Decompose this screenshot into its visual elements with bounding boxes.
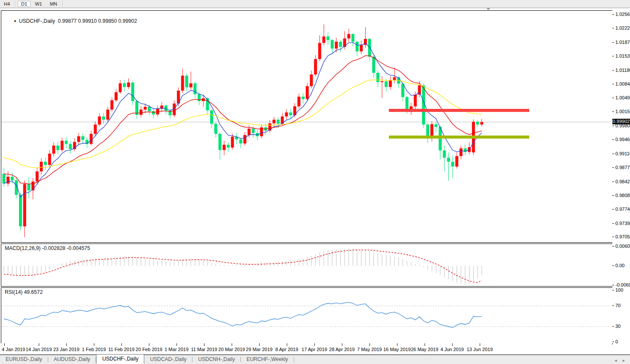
- rsi-axis-label: 0: [615, 339, 618, 344]
- tab-usdchf-daily[interactable]: USDCHF-,Daily: [96, 354, 144, 364]
- chart-title: ▼USDCHF-,Daily 0.99877 0.99910 0.99850 0…: [5, 12, 137, 30]
- candle: [214, 124, 217, 134]
- rsi-axis-label: 100: [615, 287, 623, 293]
- symbol-dropdown-icon: ▼: [13, 19, 17, 23]
- axis-tick: [612, 182, 614, 182]
- tabs-scroll-right-icon[interactable]: ►: [622, 358, 626, 363]
- axis-tick: [612, 290, 614, 290]
- rsi-indicator-pane[interactable]: RSI(14) 49.6572: [1, 287, 613, 344]
- tab-usdcad-daily[interactable]: USDCAD-,Daily: [144, 355, 192, 364]
- timeframe-button-d1[interactable]: D1: [18, 1, 31, 7]
- timeframe-button-w1[interactable]: W1: [31, 1, 46, 7]
- rsi-label: RSI(14) 49.6572: [5, 289, 43, 295]
- current-price-box: 0.99902: [612, 119, 630, 124]
- date-label: 26 May 2019: [411, 347, 438, 352]
- candle: [102, 117, 105, 120]
- price-axis[interactable]: 1.025601.022201.018701.015301.011801.008…: [612, 10, 630, 343]
- candle: [210, 111, 213, 124]
- macd-indicator-pane[interactable]: MACD(12,26,9) -0.002828 -0.004575: [1, 244, 613, 287]
- tab-eurchf-weekly[interactable]: EURCHF-,Weekly: [241, 355, 293, 364]
- date-label: 1 Feb 2019: [82, 347, 106, 352]
- candle: [144, 107, 147, 110]
- candle: [360, 45, 363, 51]
- axis-tick: [612, 223, 614, 224]
- candle: [368, 39, 371, 56]
- candle: [289, 112, 292, 115]
- tab-scroll-arrows: ◄►: [609, 358, 626, 363]
- ohlc-values: 0.99877 0.99910 0.99850 0.99902: [58, 18, 137, 24]
- date-label: 11 Feb 2019: [109, 347, 135, 352]
- axis-tick: [612, 209, 614, 210]
- candle: [94, 124, 97, 134]
- tabs-scroll-left-icon[interactable]: ◄: [614, 358, 618, 363]
- axis-tick: [612, 14, 614, 15]
- candle: [451, 162, 454, 167]
- date-label: 8 Apr 2019: [275, 347, 298, 352]
- axis-tick: [612, 167, 614, 168]
- rsi-chart-canvas[interactable]: [1, 288, 611, 343]
- date-label: 11 Mar 2019: [191, 347, 217, 352]
- candle: [376, 73, 379, 82]
- candle: [323, 37, 326, 43]
- date-label: 29 Mar 2019: [246, 347, 273, 352]
- candle: [198, 94, 201, 101]
- candle: [193, 83, 196, 94]
- candle: [40, 162, 43, 172]
- rsi-axis-label: 70: [615, 303, 621, 308]
- price-axis-label: 1.00490: [615, 95, 630, 100]
- candle: [106, 110, 109, 120]
- candlestick-chart-canvas[interactable]: [1, 11, 611, 241]
- axis-tick: [612, 342, 614, 342]
- candle: [61, 141, 64, 150]
- support-hline[interactable]: [389, 136, 529, 139]
- candle: [447, 157, 450, 161]
- ma-slow-line: [4, 80, 482, 168]
- tab-eurusd-daily[interactable]: EURUSD-,Daily: [0, 355, 48, 364]
- candle: [301, 97, 304, 99]
- candle: [406, 97, 409, 110]
- date-tick: [342, 343, 342, 346]
- tab-usdcnh-daily[interactable]: USDCNH-,Daily: [192, 355, 240, 364]
- candle: [19, 195, 22, 226]
- candle: [110, 100, 113, 110]
- axis-tick: [612, 28, 614, 28]
- candle: [56, 145, 59, 150]
- candle: [23, 184, 26, 226]
- date-tick: [121, 343, 122, 346]
- candle: [135, 101, 138, 115]
- candle: [414, 95, 417, 106]
- price-axis-label: 1.01530: [615, 53, 630, 59]
- axis-tick: [612, 237, 614, 237]
- candle: [298, 97, 301, 107]
- date-tick: [232, 343, 232, 346]
- date-label: 28 Apr 2019: [329, 347, 354, 352]
- axis-tick: [612, 111, 614, 112]
- date-tick: [452, 343, 453, 346]
- candle: [52, 145, 55, 154]
- axis-tick: [612, 70, 614, 71]
- date-label: 4 Jun 2019: [441, 347, 464, 352]
- rsi-axis-label: 30: [615, 324, 621, 329]
- candle: [318, 43, 321, 59]
- candle: [239, 139, 242, 143]
- timeframe-button-mn[interactable]: MN: [47, 1, 61, 7]
- axis-tick: [612, 42, 614, 43]
- price-axis-label: 0.98080: [615, 193, 630, 198]
- axis-tick: [612, 84, 614, 84]
- date-axis[interactable]: 4 Jan 201914 Jan 201923 Jan 20191 Feb 20…: [1, 343, 612, 355]
- macd-chart-canvas[interactable]: [1, 244, 611, 285]
- candle: [119, 83, 122, 93]
- candle: [443, 151, 446, 158]
- timeframe-button-h4[interactable]: H4: [0, 1, 13, 7]
- axis-tick: [612, 154, 614, 154]
- candle: [306, 86, 309, 99]
- price-axis-label: 1.00840: [615, 81, 630, 86]
- price-chart-pane[interactable]: ▼USDCHF-,Daily 0.99877 0.99910 0.99850 0…: [1, 10, 613, 243]
- tab-audusd-daily[interactable]: AUDUSD-,Daily: [48, 355, 96, 364]
- candle: [127, 83, 130, 87]
- resistance-hline[interactable]: [389, 109, 529, 112]
- candle: [231, 137, 234, 148]
- candle: [243, 135, 246, 144]
- rsi-value: 49.6572: [24, 289, 43, 295]
- date-label: 17 Apr 2019: [301, 347, 327, 352]
